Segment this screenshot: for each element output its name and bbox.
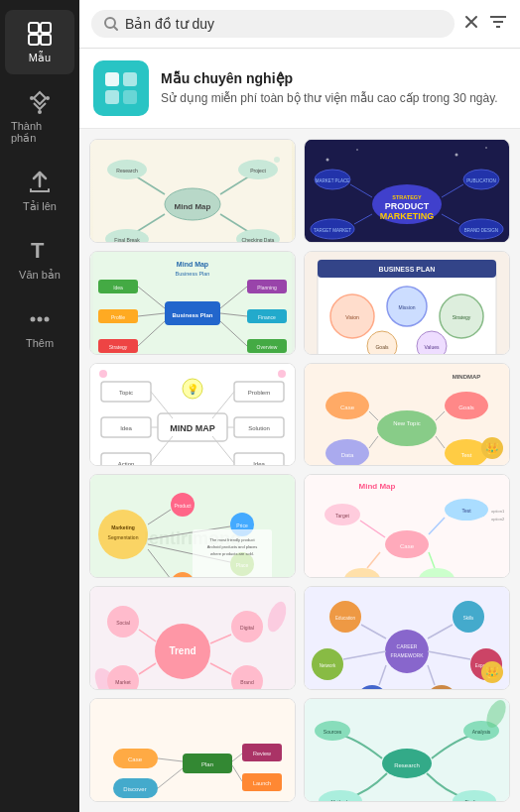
template-card-8[interactable]: Mind Map Case Target Test option1 option… [304,474,510,578]
svg-text:Strategy: Strategy [109,344,128,350]
svg-point-10 [45,317,50,322]
search-input[interactable] [125,16,443,32]
template-card-4[interactable]: BUSINESS PLAN Vision Mission Strategy Go… [304,251,510,355]
sidebar-label-tai-len: Tải lên [23,200,57,213]
template-card-7[interactable]: lentirimong Marketing Segmentation Produ… [89,474,296,578]
svg-text:FRAMEWORK: FRAMEWORK [390,652,424,658]
svg-point-6 [46,96,50,100]
svg-point-38 [356,149,358,151]
template-card-2[interactable]: STRATEGY PRODUCT MARKETING MARKET PLACE … [304,139,510,243]
mau-icon [26,20,54,48]
sidebar-label-thanh-phan: Thành phần [11,120,68,145]
svg-text:Overview: Overview [257,344,278,350]
svg-text:PRODUCT: PRODUCT [385,201,430,211]
svg-rect-16 [123,72,137,86]
svg-text:💡: 💡 [187,383,199,396]
svg-point-96 [278,370,286,378]
svg-text:Idea: Idea [120,425,132,431]
svg-text:Plan: Plan [201,761,213,767]
svg-text:Trend: Trend [169,645,195,656]
svg-text:Research: Research [116,168,138,174]
filter-button[interactable] [488,12,508,36]
template-card-6[interactable]: MINDMAP New Topic Case Goals Data Test [304,363,510,467]
svg-text:Case: Case [128,756,143,762]
sidebar: Mẫu Thành phần Tải lên [0,0,79,812]
svg-rect-17 [105,90,119,104]
sidebar-label-mau: Mẫu [29,52,51,64]
search-wrapper [91,10,455,38]
svg-text:Idea: Idea [113,285,123,290]
search-bar [79,0,520,49]
svg-text:T: T [31,238,45,263]
svg-text:Values: Values [425,344,440,350]
svg-text:Idea: Idea [253,461,265,467]
svg-text:Final Break: Final Break [114,237,140,243]
svg-text:BUSINESS PLAN: BUSINESS PLAN [379,266,436,273]
svg-text:MINDMAP: MINDMAP [453,374,481,380]
svg-point-123 [377,410,437,446]
svg-text:PUBLICATION: PUBLICATION [466,178,496,183]
svg-rect-18 [123,90,137,104]
svg-point-37 [326,159,329,162]
svg-text:CAREER: CAREER [397,643,418,649]
template-card-1[interactable]: Mind Map Research Project Final Break Ch… [89,139,296,243]
promo-description: Sử dụng miễn phí toàn bộ thư viện mẫu ca… [161,90,498,107]
template-grid: Mind Map Research Project Final Break Ch… [79,129,520,812]
svg-text:STRATEGY: STRATEGY [392,194,422,200]
svg-text:Network: Network [320,663,336,668]
template-card-11[interactable]: Case Discover Plan Review Launch [89,698,296,802]
sidebar-item-thanh-phan[interactable]: Thành phần [5,78,74,155]
promo-title: Mẫu chuyên nghiệp [161,70,498,86]
svg-text:Idea: Idea [357,577,367,578]
sidebar-item-tai-len[interactable]: Tải lên [5,159,74,223]
svg-text:Goals: Goals [375,344,389,350]
svg-text:Brand: Brand [240,679,254,685]
template-card-5[interactable]: MIND MAP Topic Problem Idea Solution Act… [89,363,296,467]
thanh-phan-icon [26,88,54,116]
svg-text:Solution: Solution [248,425,270,431]
main-content: Mẫu chuyên nghiệp Sử dụng miễn phí toàn … [79,0,520,812]
svg-text:Analysis: Analysis [472,729,491,735]
svg-point-95 [99,370,107,378]
svg-text:Marketing: Marketing [111,524,135,530]
svg-text:Case: Case [340,405,355,410]
sidebar-item-them[interactable]: Thêm [5,295,74,359]
svg-text:option2: option2 [491,517,505,522]
tai-len-icon [26,169,54,196]
svg-text:Topic: Topic [119,390,133,396]
svg-text:Review: Review [253,751,271,756]
svg-text:Test: Test [460,452,471,458]
svg-text:The most friendly product: The most friendly product [209,537,255,542]
svg-text:Planning: Planning [257,285,277,290]
svg-text:Action: Action [118,461,135,467]
svg-text:MARKET PLACE: MARKET PLACE [316,178,350,183]
svg-text:Discover: Discover [123,786,146,792]
svg-text:Business Plan: Business Plan [176,271,210,277]
svg-text:MIND MAP: MIND MAP [170,423,215,433]
svg-text:Android products and places: Android products and places [207,544,258,549]
svg-rect-3 [41,35,51,45]
svg-text:Finance: Finance [258,314,276,320]
template-card-10[interactable]: CAREER FRAMEWORK Education Skills Networ… [304,586,510,690]
svg-text:Solution: Solution [428,577,446,578]
svg-text:BRAND DESIGN: BRAND DESIGN [464,228,498,233]
promo-text: Mẫu chuyên nghiệp Sử dụng miễn phí toàn … [161,70,498,107]
svg-text:Product: Product [174,503,192,509]
svg-text:Mind Map: Mind Map [175,202,211,211]
svg-text:Case: Case [400,543,415,549]
sidebar-item-mau[interactable]: Mẫu [5,10,74,74]
template-card-9[interactable]: Trend Social Digital Market Brand [89,586,296,690]
template-card-12[interactable]: Research Sources Analysis Methods Findin… [304,698,510,802]
svg-text:Mind Map: Mind Map [359,482,396,491]
svg-point-35 [274,157,280,163]
sidebar-item-van-ban[interactable]: T Văn bản [5,227,74,291]
svg-text:Test: Test [461,508,471,514]
svg-point-9 [38,317,43,322]
template-card-3[interactable]: Mind Map Business Plan Business Plan Ide… [89,251,296,355]
svg-text:Business Plan: Business Plan [172,312,212,318]
svg-text:Launch: Launch [253,780,271,786]
svg-text:MARKETING: MARKETING [380,211,435,221]
svg-text:Research: Research [394,762,420,768]
clear-button[interactable] [462,13,480,35]
search-icon [103,16,119,32]
